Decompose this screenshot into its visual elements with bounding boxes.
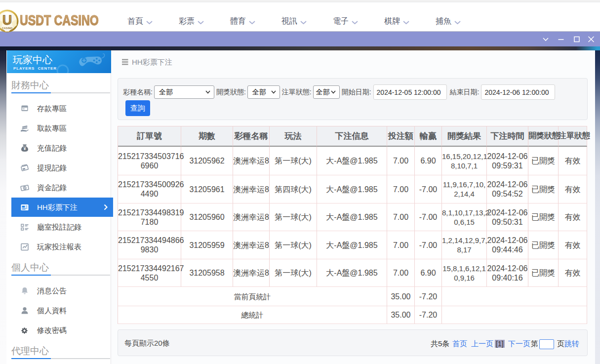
svg-text:¥: ¥ bbox=[24, 146, 26, 151]
